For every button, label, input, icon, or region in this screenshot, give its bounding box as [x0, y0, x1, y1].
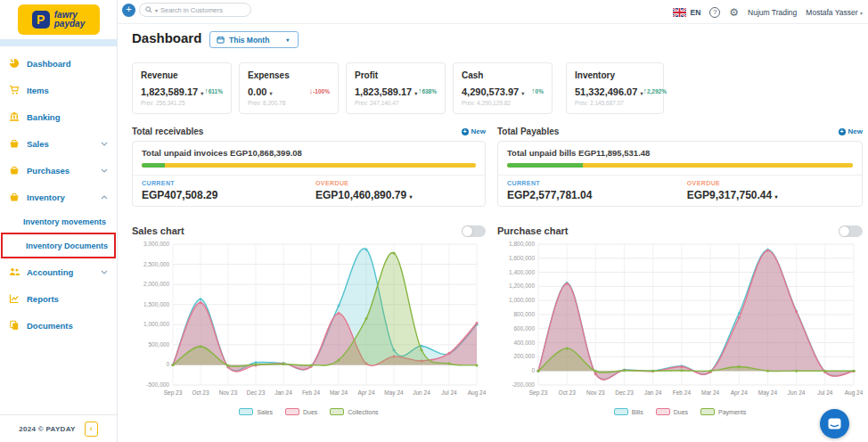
- toggle-knob: [463, 226, 472, 236]
- sidebar-item-purchases[interactable]: Purchases: [0, 157, 117, 184]
- legend-swatch-icon: [614, 408, 628, 415]
- legend-item-payments[interactable]: Payments: [700, 408, 746, 415]
- topbar: + ▾ Search in Customers EN ? ⚙ Nujum Tra…: [118, 0, 868, 24]
- svg-text:Nov 23: Nov 23: [219, 389, 238, 396]
- sidebar-item-sales[interactable]: Sales: [0, 130, 117, 157]
- chevron-down-icon: ▾: [286, 37, 289, 43]
- chart-canvas: 1,800,0001,600,0001,400,0001,200,0001,00…: [497, 239, 863, 406]
- sidebar-subitem-inventory-movements[interactable]: Inventory movements: [0, 210, 117, 233]
- kpi-value[interactable]: 0.00 ▾: [248, 86, 273, 97]
- chart-toggle[interactable]: [462, 225, 486, 237]
- annotation-highlight: Inventory Documents: [1, 233, 116, 258]
- svg-text:Feb 24: Feb 24: [302, 389, 321, 396]
- settings-gear-icon[interactable]: ⚙: [729, 7, 739, 18]
- kpi-previous-value: Prev: 256,341.25: [141, 100, 223, 106]
- svg-text:0: 0: [531, 367, 535, 373]
- sidebar-item-accounting[interactable]: Accounting: [0, 258, 117, 285]
- inventory-icon: [9, 192, 20, 202]
- chart-legend: SalesDuesCollections: [132, 408, 486, 415]
- kpi-previous-value: Prev: 247,140.47: [355, 100, 437, 106]
- search-scope-caret-icon[interactable]: ▾: [155, 7, 158, 13]
- svg-text:Aug 24: Aug 24: [468, 389, 486, 397]
- current-value: EGP2,577,781.04: [507, 189, 687, 201]
- sales-icon: [9, 138, 20, 149]
- kpi-label: Inventory: [575, 70, 655, 80]
- svg-text:1,400,000: 1,400,000: [509, 269, 535, 275]
- sidebar-item-inventory[interactable]: Inventory: [0, 184, 117, 210]
- purchases-icon: [9, 165, 20, 176]
- sidebar-item-label: Sales: [27, 139, 94, 149]
- svg-text:Jan 24: Jan 24: [274, 389, 292, 396]
- svg-text:1,000,000: 1,000,000: [509, 297, 535, 303]
- plus-dot-icon: +: [462, 128, 469, 135]
- chart-toggle[interactable]: [839, 225, 863, 237]
- sidebar-item-banking[interactable]: Banking: [0, 103, 117, 130]
- chevron-down-icon: [101, 270, 108, 274]
- overdue-value[interactable]: EGP10,460,890.79 ▾: [315, 189, 412, 201]
- sidebar-item-documents[interactable]: Documents: [0, 312, 117, 339]
- svg-text:Mar 24: Mar 24: [701, 389, 720, 396]
- legend-swatch-icon: [330, 408, 344, 415]
- chart-legend: BillsDuesPayments: [497, 408, 863, 415]
- items-icon: [9, 85, 20, 95]
- chart-title: Sales chart: [132, 225, 184, 236]
- overdue-value[interactable]: EGP9,317,750.44 ▾: [687, 189, 778, 201]
- svg-text:400,000: 400,000: [514, 340, 536, 346]
- receivables-title: Total receivables: [132, 127, 203, 136]
- language-selector[interactable]: EN: [690, 8, 700, 17]
- svg-text:Sep 23: Sep 23: [529, 389, 548, 397]
- sidebar-item-label: Purchases: [27, 166, 94, 176]
- chat-widget-button[interactable]: [820, 409, 849, 438]
- svg-text:1,800,000: 1,800,000: [509, 241, 535, 247]
- sidebar-highlight-strip: [0, 39, 117, 46]
- legend-item-sales[interactable]: Sales: [239, 408, 273, 415]
- sidebar-item-label: Accounting: [27, 267, 94, 277]
- plus-dot-icon: +: [839, 128, 846, 135]
- svg-text:0: 0: [166, 361, 169, 367]
- svg-text:Apr 24: Apr 24: [731, 389, 749, 397]
- chevron-down-icon: ▾: [409, 194, 412, 200]
- legend-item-dues[interactable]: Dues: [656, 408, 688, 415]
- kpi-value[interactable]: 51,332,496.07 ▾: [575, 86, 643, 97]
- sidebar-subitem-label: Inventory Documents: [26, 241, 108, 250]
- sidebar-item-reports[interactable]: Reports: [0, 285, 117, 312]
- svg-text:Apr 24: Apr 24: [357, 389, 375, 397]
- help-icon[interactable]: ?: [709, 7, 720, 18]
- legend-item-dues[interactable]: Dues: [285, 408, 317, 415]
- svg-text:Jan 24: Jan 24: [644, 389, 662, 396]
- sidebar-item-items[interactable]: Items: [0, 77, 117, 103]
- fawry-payday-logo[interactable]: P fawry payday: [18, 4, 100, 35]
- search-input[interactable]: ▾ Search in Customers: [139, 3, 251, 17]
- payables-card: Total unpaid bills EGP11,895,531.48 CURR…: [497, 141, 863, 207]
- receivables-header: Total receivables +New: [132, 126, 486, 137]
- kpi-label: Revenue: [141, 70, 223, 80]
- receivables-new-button[interactable]: +New: [462, 127, 486, 135]
- kpi-trend: ↑638%: [418, 86, 437, 95]
- purchase-chart-section: Purchase chart1,800,0001,600,0001,400,00…: [497, 223, 863, 415]
- user-menu[interactable]: Mostafa Yasser ▾: [806, 8, 863, 17]
- payables-title: Total Payables: [497, 127, 559, 136]
- svg-text:May 24: May 24: [758, 389, 778, 397]
- accounting-icon: [9, 266, 20, 277]
- svg-text:Dec 23: Dec 23: [247, 389, 266, 396]
- unpaid-bills-summary: Total unpaid bills EGP11,895,531.48: [507, 148, 853, 158]
- quick-add-button[interactable]: +: [122, 4, 135, 17]
- kpi-value[interactable]: 1,823,589.17 ▾: [355, 86, 417, 97]
- svg-text:2,000,000: 2,000,000: [143, 281, 169, 287]
- period-selector[interactable]: This Month ▾: [209, 31, 299, 48]
- svg-text:500,000: 500,000: [149, 341, 170, 348]
- toggle-knob: [839, 226, 849, 236]
- sidebar-item-dashboard[interactable]: Dashboard: [0, 50, 117, 77]
- payables-progress-bar: [507, 163, 853, 168]
- payables-new-button[interactable]: +New: [839, 127, 863, 135]
- uk-flag-icon[interactable]: [673, 8, 686, 17]
- kpi-trend: ↑2,292%: [643, 86, 667, 95]
- sidebar-subitem-inventory-documents[interactable]: Inventory Documents: [3, 234, 114, 257]
- kpi-card-expenses: Expenses0.00 ▾↓-100%Prev: 8,200.78: [239, 62, 339, 114]
- legend-item-collections[interactable]: Collections: [330, 408, 378, 415]
- svg-text:Jul 24: Jul 24: [441, 389, 457, 396]
- kpi-value[interactable]: 1,823,589.17 ▾: [141, 86, 203, 97]
- sidebar-collapse-button[interactable]: ‹: [85, 422, 98, 437]
- kpi-value[interactable]: 4,290,573.97 ▾: [462, 86, 524, 97]
- legend-item-bills[interactable]: Bills: [614, 408, 643, 415]
